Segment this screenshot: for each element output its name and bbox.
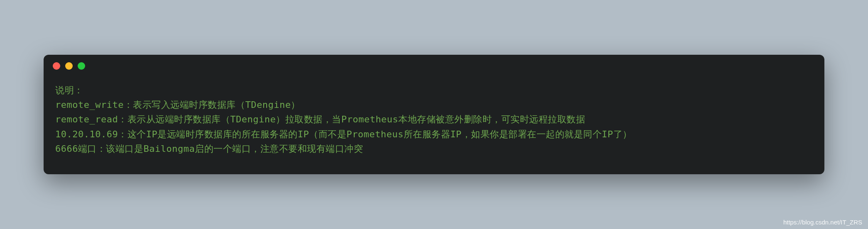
terminal-content: 说明：remote_write：表示写入远端时序数据库（TDengine）rem… xyxy=(44,73,824,174)
terminal-line: 6666端口：该端口是Bailongma启的一个端口，注意不要和现有端口冲突 xyxy=(55,141,813,156)
window-titlebar xyxy=(44,55,824,73)
terminal-window: 说明：remote_write：表示写入远端时序数据库（TDengine）rem… xyxy=(44,55,824,174)
minimize-icon[interactable] xyxy=(65,62,73,70)
terminal-line: 10.20.10.69：这个IP是远端时序数据库的所在服务器的IP（而不是Pro… xyxy=(55,127,813,141)
watermark-text: https://blog.csdn.net/IT_ZRS xyxy=(783,219,862,226)
terminal-line: remote_read：表示从远端时序数据库（TDengine）拉取数据，当Pr… xyxy=(55,112,813,127)
terminal-line: remote_write：表示写入远端时序数据库（TDengine） xyxy=(55,97,813,112)
maximize-icon[interactable] xyxy=(78,62,85,70)
terminal-line: 说明： xyxy=(55,83,813,97)
close-icon[interactable] xyxy=(53,62,60,70)
